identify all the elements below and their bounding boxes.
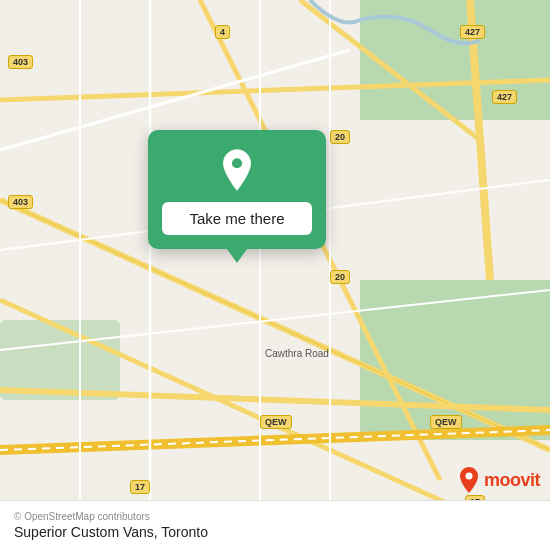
highway-badge-403-top: 403	[8, 55, 33, 69]
highway-badge-403-bottom: 403	[8, 195, 33, 209]
popup-card: Take me there	[148, 130, 326, 249]
svg-point-17	[232, 158, 242, 168]
moovit-text: moovit	[484, 470, 540, 491]
location-title: Superior Custom Vans, Toronto	[14, 524, 536, 540]
svg-line-12	[0, 290, 550, 350]
svg-line-4	[0, 80, 550, 100]
bottom-bar: © OpenStreetMap contributors Superior Cu…	[0, 500, 550, 550]
moovit-pin-icon	[458, 466, 480, 494]
map-container: 403 403 4 17 20 20 427 427 QEW QEW 17 17…	[0, 0, 550, 550]
svg-line-5	[0, 390, 550, 410]
svg-line-9	[300, 0, 480, 140]
highway-badge-20-mid: 20	[330, 270, 350, 284]
moovit-logo: moovit	[458, 466, 540, 494]
highway-badge-427-top: 427	[460, 25, 485, 39]
highway-badge-qew-right: QEW	[430, 415, 462, 429]
svg-point-18	[465, 473, 472, 480]
highway-badge-17-bottom: 17	[130, 480, 150, 494]
highway-badge-4: 4	[215, 25, 230, 39]
highway-badge-20-top: 20	[330, 130, 350, 144]
take-me-there-button[interactable]: Take me there	[162, 202, 312, 235]
highway-badge-qew-mid: QEW	[260, 415, 292, 429]
cawthra-road-label: Cawthra Road	[265, 348, 329, 359]
copyright-text: © OpenStreetMap contributors	[14, 511, 536, 522]
location-pin-icon	[215, 148, 259, 192]
highway-badge-427-bottom: 427	[492, 90, 517, 104]
